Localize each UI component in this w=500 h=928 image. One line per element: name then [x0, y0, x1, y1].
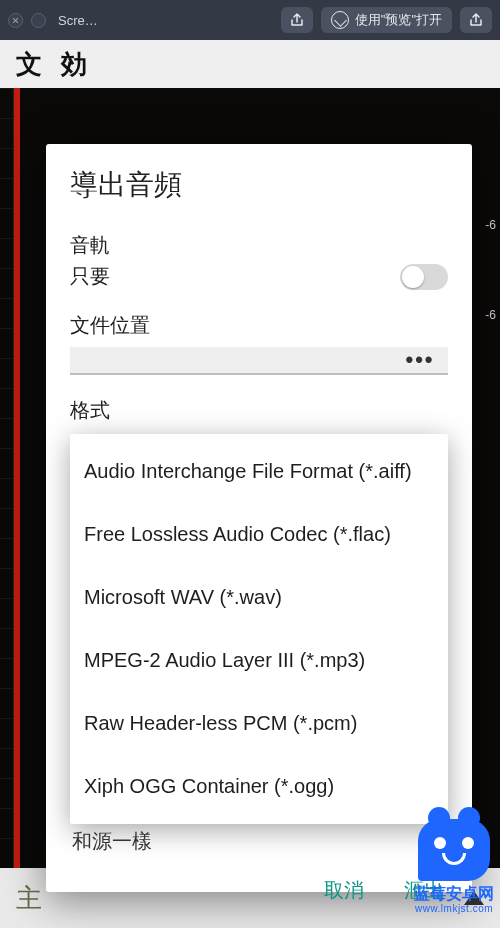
markup-icon: [331, 11, 349, 29]
only-toggle[interactable]: [400, 264, 448, 290]
only-toggle-row: 只要: [70, 263, 448, 290]
format-option-mp3[interactable]: MPEG-2 Audio Layer III (*.mp3): [70, 629, 448, 692]
level-ruler-right: -6 -6: [468, 88, 500, 868]
play-icon[interactable]: [464, 891, 484, 905]
track-section-label: 音軌: [70, 232, 448, 259]
timeline-ruler-left: [0, 88, 14, 868]
format-option-pcm[interactable]: Raw Header-less PCM (*.pcm): [70, 692, 448, 755]
file-location-input[interactable]: [70, 347, 392, 375]
ruler-tick: -6: [485, 308, 496, 322]
file-location-label: 文件位置: [70, 312, 448, 339]
only-toggle-label: 只要: [70, 263, 110, 290]
close-window-button[interactable]: [8, 13, 23, 28]
export-button[interactable]: 滙出: [400, 871, 448, 910]
app-body: -6 -6 主 導出音頻 音軌 只要 文件位置 ••• 格式 Audio Int…: [0, 88, 500, 928]
format-option-flac[interactable]: Free Lossless Audio Codec (*.flac): [70, 503, 448, 566]
file-location-browse-button[interactable]: •••: [392, 347, 448, 375]
toggle-knob: [402, 266, 424, 288]
export-audio-dialog: 導出音頻 音軌 只要 文件位置 ••• 格式 Audio Interchange…: [46, 144, 472, 892]
cancel-button[interactable]: 取消: [320, 871, 368, 910]
ellipsis-icon: •••: [405, 347, 434, 373]
window-title: Scre…: [58, 13, 98, 28]
open-with-preview-button[interactable]: 使用"预览"打开: [321, 7, 452, 33]
format-option-aiff[interactable]: Audio Interchange File Format (*.aiff): [70, 440, 448, 503]
app-tab-bar: 文 効: [0, 40, 500, 88]
dialog-actions: 取消 滙出: [70, 855, 448, 910]
dialog-title: 導出音頻: [70, 166, 448, 204]
format-option-ogg[interactable]: Xiph OGG Container (*.ogg): [70, 755, 448, 818]
share-button[interactable]: [460, 7, 492, 33]
main-track-label: 主: [16, 881, 42, 916]
file-location-row: •••: [70, 347, 448, 375]
sample-rate-row[interactable]: 和源一樣: [70, 828, 448, 855]
same-as-source-label: 和源一樣: [72, 828, 152, 855]
minimize-window-button[interactable]: [31, 13, 46, 28]
open-with-preview-label: 使用"预览"打开: [355, 11, 442, 29]
window-titlebar: Scre… 使用"预览"打开: [0, 0, 500, 40]
format-dropdown-list: Audio Interchange File Format (*.aiff) F…: [70, 434, 448, 824]
timeline-red-marker: [14, 88, 20, 868]
ruler-tick: -6: [485, 218, 496, 232]
format-section-label: 格式: [70, 397, 448, 424]
app-tab-text: 文 効: [16, 47, 93, 82]
toolbar-action-icon[interactable]: [281, 7, 313, 33]
format-option-wav[interactable]: Microsoft WAV (*.wav): [70, 566, 448, 629]
chevron-down-icon: [432, 837, 446, 846]
